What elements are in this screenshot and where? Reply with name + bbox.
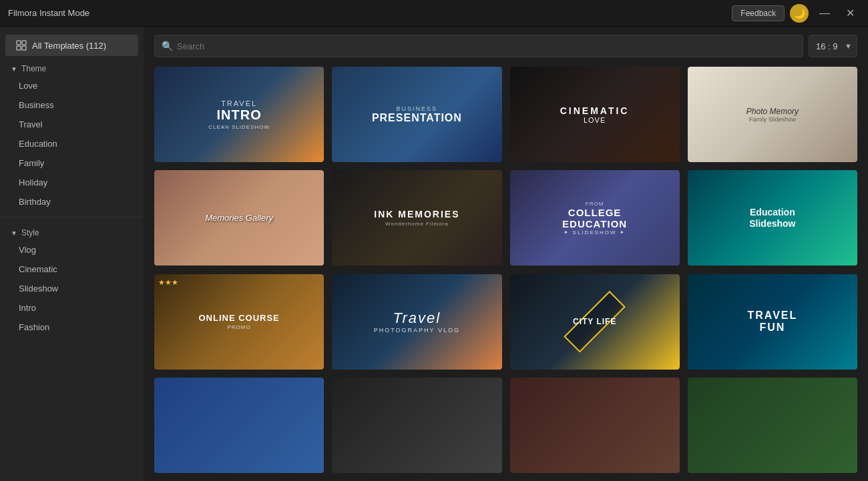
feedback-button[interactable]: Feedback bbox=[732, 5, 785, 21]
grid-icon bbox=[16, 40, 27, 51]
template-card-city-life-vlog[interactable]: CITY LIFE City Life Vlog bbox=[510, 274, 680, 370]
theme-section-label: Theme bbox=[21, 64, 46, 73]
templates-grid: TRAVEL INTRO CLEAN SLIDESHOW Clean Trave… bbox=[154, 67, 857, 473]
template-thumb-photo-memory: Photo Memory Family Slideshow bbox=[688, 67, 857, 162]
template-thumb-travel-fun: TRAVEL FUN bbox=[688, 274, 857, 370]
svg-rect-1 bbox=[22, 41, 26, 45]
template-thumb-cinematic-love: CINEMATIC LOVE bbox=[510, 67, 680, 162]
template-card-business[interactable]: BUSINESS PRESENTATION Business Presentat… bbox=[332, 67, 501, 162]
template-card-edu-slideshow[interactable]: EducationSlideshow Education Slideshow bbox=[688, 170, 857, 266]
template-card-online-course[interactable]: ★★★ ONLINE COURSE PROMO Online Course Pr… bbox=[154, 274, 324, 370]
template-card-travel-photo-vlog[interactable]: Travel PHOTOGRAPHY VLOG Travel Photograp… bbox=[332, 274, 501, 370]
sidebar-item-fashion[interactable]: Fashion bbox=[0, 318, 144, 337]
sidebar-item-slideshow[interactable]: Slideshow bbox=[0, 279, 144, 298]
main-layout: All Templates (112) ▼ Theme Love Busines… bbox=[0, 27, 868, 481]
template-card-photo-memory[interactable]: Photo Memory Family Slideshow Photo Memo… bbox=[688, 67, 857, 162]
sidebar-item-love[interactable]: Love bbox=[0, 76, 144, 95]
all-templates-label: All Templates (112) bbox=[32, 41, 106, 51]
aspect-ratio-wrap: 16 : 9 9 : 16 1 : 1 4 : 3 ▼ bbox=[809, 35, 857, 57]
svg-rect-0 bbox=[17, 41, 21, 45]
svg-rect-3 bbox=[22, 46, 26, 50]
sidebar-item-holiday[interactable]: Holiday bbox=[0, 173, 144, 192]
avatar: 🌙 bbox=[790, 4, 809, 23]
template-thumb-family-happy: Memories Gallery bbox=[154, 170, 324, 266]
template-card-college-education[interactable]: FROM COLLEGE EDUCATION ✦ SLIDESHOW ✦ Col… bbox=[510, 170, 680, 266]
sidebar-item-vlog[interactable]: Vlog bbox=[0, 240, 144, 260]
sidebar-item-business[interactable]: Business bbox=[0, 95, 144, 115]
sidebar-divider bbox=[0, 217, 144, 217]
sidebar: All Templates (112) ▼ Theme Love Busines… bbox=[0, 27, 144, 481]
template-card-partial1[interactable] bbox=[154, 378, 324, 473]
style-arrow-icon: ▼ bbox=[11, 229, 17, 237]
template-thumb-edu-slideshow: EducationSlideshow bbox=[688, 170, 857, 266]
style-section-label: Style bbox=[21, 228, 39, 237]
content-area: 🔍 16 : 9 9 : 16 1 : 1 4 : 3 ▼ TRAVEL bbox=[144, 27, 868, 481]
theme-section-header[interactable]: ▼ Theme bbox=[0, 59, 144, 76]
template-thumb-partial3 bbox=[510, 378, 680, 473]
template-thumb-business: BUSINESS PRESENTATION bbox=[332, 67, 501, 162]
all-templates-button[interactable]: All Templates (112) bbox=[5, 35, 138, 56]
template-card-partial4[interactable] bbox=[688, 378, 857, 473]
theme-arrow-icon: ▼ bbox=[11, 65, 17, 73]
template-thumb-travel-photo-vlog: Travel PHOTOGRAPHY VLOG bbox=[332, 274, 501, 370]
app-title: Filmora Instant Mode bbox=[8, 8, 89, 18]
style-section-header[interactable]: ▼ Style bbox=[0, 223, 144, 240]
template-thumb-college-education: FROM COLLEGE EDUCATION ✦ SLIDESHOW ✦ bbox=[510, 170, 680, 266]
template-thumb-partial4 bbox=[688, 378, 857, 473]
template-card-family-happy[interactable]: Memories Gallery Family Happy Memories bbox=[154, 170, 324, 266]
template-card-cinematic-ink[interactable]: INK MEMORIES Wonderhome Filmora Cinemati… bbox=[332, 170, 501, 266]
titlebar: Filmora Instant Mode Feedback 🌙 — ✕ bbox=[0, 0, 868, 27]
template-card-cinematic-love[interactable]: CINEMATIC LOVE Cinematic Love Story bbox=[510, 67, 680, 162]
template-card-travel-fun[interactable]: TRAVEL FUN Travel Fun bbox=[688, 274, 857, 370]
sidebar-item-cinematic[interactable]: Cinematic bbox=[0, 260, 144, 279]
template-thumb-cinematic-ink: INK MEMORIES Wonderhome Filmora bbox=[332, 170, 501, 266]
template-thumb-clean-travel: TRAVEL INTRO CLEAN SLIDESHOW bbox=[154, 67, 324, 162]
search-icon: 🔍 bbox=[162, 41, 173, 51]
sidebar-item-intro[interactable]: Intro bbox=[0, 298, 144, 318]
titlebar-actions: Feedback 🌙 — ✕ bbox=[732, 4, 860, 23]
minimize-button[interactable]: — bbox=[814, 7, 835, 20]
svg-rect-2 bbox=[17, 46, 21, 50]
sidebar-item-birthday[interactable]: Birthday bbox=[0, 192, 144, 211]
sidebar-item-travel[interactable]: Travel bbox=[0, 115, 144, 134]
template-thumb-partial2 bbox=[332, 378, 501, 473]
aspect-ratio-select[interactable]: 16 : 9 9 : 16 1 : 1 4 : 3 bbox=[809, 35, 857, 57]
search-bar: 🔍 16 : 9 9 : 16 1 : 1 4 : 3 ▼ bbox=[154, 35, 857, 57]
sidebar-item-education[interactable]: Education bbox=[0, 134, 144, 153]
star-badge: ★★★ bbox=[158, 278, 178, 287]
template-thumb-city-life-vlog: CITY LIFE bbox=[510, 274, 680, 370]
sidebar-item-family[interactable]: Family bbox=[0, 153, 144, 173]
template-thumb-partial1 bbox=[154, 378, 324, 473]
template-card-partial2[interactable] bbox=[332, 378, 501, 473]
search-input-wrap[interactable]: 🔍 bbox=[154, 35, 803, 57]
template-thumb-online-course: ★★★ ONLINE COURSE PROMO bbox=[154, 274, 324, 370]
template-card-clean-travel[interactable]: TRAVEL INTRO CLEAN SLIDESHOW Clean Trave… bbox=[154, 67, 324, 162]
search-input[interactable] bbox=[177, 41, 796, 51]
close-button[interactable]: ✕ bbox=[841, 7, 860, 20]
template-card-partial3[interactable] bbox=[510, 378, 680, 473]
